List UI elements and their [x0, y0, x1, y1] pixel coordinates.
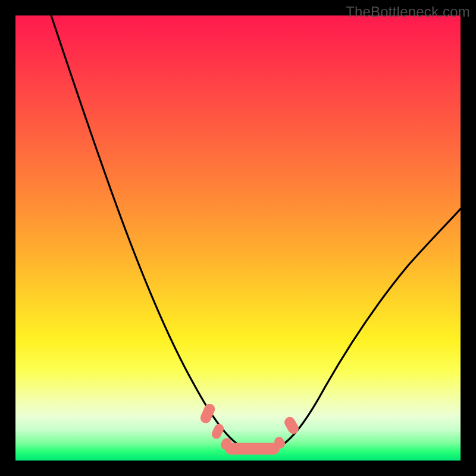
curve-layer [15, 15, 461, 461]
right-mark [283, 415, 301, 436]
bottleneck-curve [51, 15, 461, 452]
chart-stage: TheBottleneck.com [0, 0, 476, 476]
svg-rect-2 [283, 415, 301, 436]
plot-area [15, 15, 461, 461]
watermark-text: TheBottleneck.com [346, 4, 470, 20]
svg-rect-0 [199, 402, 217, 425]
trough-highlight [219, 435, 287, 455]
left-mark-upper [199, 402, 217, 425]
svg-rect-3 [225, 443, 280, 455]
